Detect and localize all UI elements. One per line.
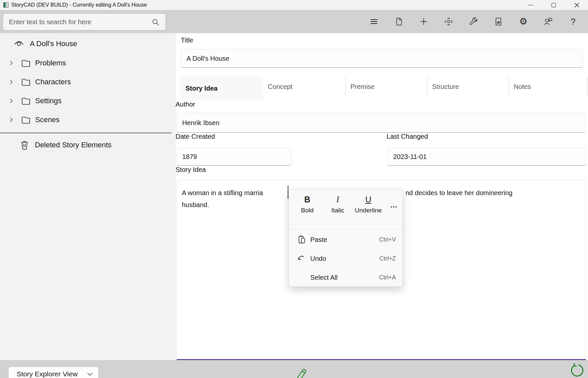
tab-premise[interactable]: Premise xyxy=(345,77,427,96)
view-selector-combobox[interactable]: Story Explorer View xyxy=(8,367,99,378)
search-icon xyxy=(152,18,160,26)
minimize-icon xyxy=(528,5,533,5)
menu-item-shortcut: Ctrl+A xyxy=(379,274,396,281)
last-changed-label: Last Changed xyxy=(387,133,428,140)
tree-item-label: Problems xyxy=(35,59,66,67)
more-formatting-button[interactable]: … xyxy=(387,201,401,209)
file-icon xyxy=(394,17,404,26)
tree-item-problems[interactable]: Problems xyxy=(0,55,172,71)
menu-divider xyxy=(289,229,403,230)
tab-structure[interactable]: Structure xyxy=(427,77,509,96)
text-context-menu: B Bold I Italic U Underline … Paste Ctrl… xyxy=(289,189,403,287)
story-idea-label: Story Idea xyxy=(176,166,206,174)
tab-label: Notes xyxy=(509,83,531,91)
minimize-button[interactable] xyxy=(523,0,538,10)
tree-item-label: A Doll's House xyxy=(30,39,77,48)
tree-item-characters[interactable]: Characters xyxy=(0,74,172,90)
menu-item-label: Select All xyxy=(310,274,337,281)
sidebar-divider xyxy=(0,132,172,133)
tree-item-story-overview[interactable]: A Doll's House xyxy=(0,36,172,52)
search-input[interactable] xyxy=(3,14,166,30)
revert-button[interactable] xyxy=(568,362,585,378)
underline-icon: U xyxy=(355,193,382,206)
menu-item-label: Paste xyxy=(310,236,327,244)
underline-label: Underline xyxy=(355,206,382,215)
edit-flyout-button[interactable] xyxy=(293,366,310,378)
paste-icon xyxy=(298,235,306,244)
tab-concept[interactable]: Concept xyxy=(263,77,345,96)
last-changed-field xyxy=(388,148,586,166)
date-created-label: Date Created xyxy=(176,133,215,140)
chevron-right-icon xyxy=(9,60,14,66)
italic-button[interactable]: I Italic xyxy=(324,193,352,215)
add-button[interactable] xyxy=(416,14,431,29)
pencil-icon xyxy=(293,366,310,378)
hamburger-icon xyxy=(369,17,379,26)
tree-item-label: Scenes xyxy=(35,115,59,124)
title-label: Title xyxy=(181,37,193,44)
tab-label: Concept xyxy=(263,83,293,91)
eye-icon xyxy=(13,39,25,48)
chevron-right-icon xyxy=(9,79,14,85)
bold-button[interactable]: B Bold xyxy=(293,193,322,215)
report-chart-icon xyxy=(494,17,503,26)
tab-story-idea[interactable]: Story Idea xyxy=(180,76,263,100)
move-button[interactable] xyxy=(441,14,456,29)
settings-button[interactable]: ⚙ xyxy=(516,14,531,29)
title-input[interactable] xyxy=(181,49,583,67)
menu-item-undo[interactable]: Undo Ctrl+Z xyxy=(289,250,403,267)
trash-icon xyxy=(20,140,29,150)
bold-icon: B xyxy=(293,193,322,206)
tree-item-label: Deleted Story Elements xyxy=(35,141,111,149)
author-label: Author xyxy=(176,101,195,108)
plus-icon xyxy=(419,17,428,26)
bold-label: Bold xyxy=(293,206,322,215)
menu-item-select-all[interactable]: Select All Ctrl+A xyxy=(289,268,403,286)
tab-label: Premise xyxy=(346,83,375,91)
undo-circle-icon xyxy=(569,363,584,377)
undo-icon xyxy=(298,255,306,263)
tab-label: Structure xyxy=(427,83,459,91)
close-button[interactable] xyxy=(569,0,584,10)
storycad-window: StoryCAD (DEV BUILD) - Currently editing… xyxy=(0,0,588,378)
text-caret xyxy=(288,186,288,199)
folder-icon xyxy=(21,116,31,124)
tools-button[interactable] xyxy=(466,14,481,29)
close-icon xyxy=(574,2,580,8)
title-field xyxy=(181,49,583,68)
author-input[interactable] xyxy=(177,113,585,132)
story-text-fragment: nd decides to leave her domineering xyxy=(405,187,512,199)
person-feedback-icon xyxy=(543,17,553,27)
help-button[interactable]: ? xyxy=(565,14,581,29)
folder-icon xyxy=(21,97,31,105)
feedback-button[interactable] xyxy=(541,14,556,29)
menu-item-paste[interactable]: Paste Ctrl+V xyxy=(289,231,403,249)
reports-button[interactable] xyxy=(491,14,506,29)
app-icon xyxy=(3,2,9,8)
tab-notes[interactable]: Notes xyxy=(509,77,587,96)
tree-item-settings[interactable]: Settings xyxy=(0,93,172,109)
search-box xyxy=(3,13,166,31)
maximize-icon xyxy=(551,3,556,7)
menu-item-label: Undo xyxy=(310,255,326,263)
tree-item-deleted-elements[interactable]: Deleted Story Elements xyxy=(0,137,172,153)
underline-button[interactable]: U Underline xyxy=(355,193,382,215)
menu-item-shortcut: Ctrl+Z xyxy=(380,255,396,262)
move-icon xyxy=(444,17,453,26)
chevron-right-icon xyxy=(9,98,14,104)
menu-button[interactable] xyxy=(366,14,382,29)
maximize-button[interactable] xyxy=(546,0,561,10)
italic-label: Italic xyxy=(324,206,352,215)
new-file-button[interactable] xyxy=(391,14,406,29)
story-text-fragment: A woman in a stifling marria xyxy=(182,187,263,199)
date-created-input[interactable] xyxy=(177,148,291,165)
chevron-right-icon xyxy=(9,117,14,122)
folder-icon xyxy=(21,78,31,86)
tree-item-scenes[interactable]: Scenes xyxy=(0,112,172,128)
last-changed-input[interactable] xyxy=(388,148,586,165)
author-field xyxy=(177,113,585,133)
tab-label: Story Idea xyxy=(180,85,218,92)
italic-icon: I xyxy=(324,193,352,206)
tree-item-label: Characters xyxy=(35,78,71,86)
gear-icon: ⚙ xyxy=(519,17,527,26)
